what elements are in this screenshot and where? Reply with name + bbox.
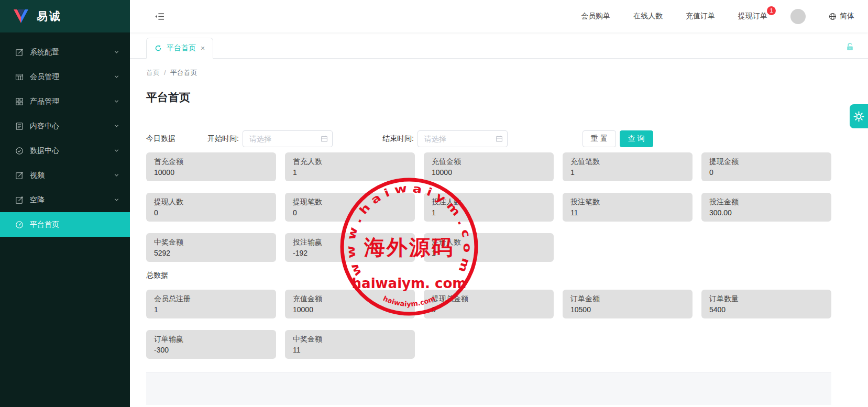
stat-label: 中奖金额	[154, 237, 268, 247]
end-date-field[interactable]	[417, 130, 508, 147]
app-logo-icon	[13, 8, 29, 24]
calendar-icon	[496, 135, 503, 142]
chevron-down-icon	[114, 148, 119, 153]
sidebar-item-空降[interactable]: 空降	[0, 188, 130, 212]
sidebar-item-label: 平台首页	[30, 220, 59, 229]
topbar: 会员购单在线人数充值订单提现订单1 简体	[130, 0, 868, 32]
chevron-down-icon	[114, 49, 119, 55]
chevron-down-icon	[114, 123, 119, 129]
stat-value: 10500	[570, 305, 685, 315]
breadcrumb-home[interactable]: 首页	[146, 69, 160, 76]
stat-card: 投注人数1	[424, 193, 554, 222]
stat-value: -300	[154, 345, 268, 355]
calendar-icon	[321, 135, 328, 142]
sidebar-item-label: 系统配置	[30, 48, 59, 57]
end-date-input[interactable]	[417, 130, 508, 147]
stat-label: 提现笔数	[293, 197, 407, 207]
tab-bar: 平台首页 ×	[130, 32, 868, 59]
stat-value: 1	[293, 168, 407, 178]
sidebar-item-产品管理[interactable]: 产品管理	[0, 89, 130, 114]
stat-label: 首充金额	[154, 157, 268, 167]
topbar-item-提现订单[interactable]: 提现订单1	[738, 12, 767, 21]
start-date-field[interactable]	[243, 130, 333, 147]
lock-open-icon[interactable]	[845, 42, 854, 51]
sidebar-item-label: 空降	[30, 195, 45, 205]
stat-card: 提现人数0	[146, 193, 276, 222]
topbar-item-会员购单[interactable]: 会员购单	[581, 12, 610, 21]
tab-platform-home[interactable]: 平台首页 ×	[146, 38, 213, 59]
main-area: 会员购单在线人数充值订单提现订单1 简体 平台首页 ×	[130, 0, 868, 407]
stat-value: 300.00	[709, 208, 823, 218]
start-time-label: 开始时间:	[207, 134, 239, 144]
stat-value: 0	[432, 305, 546, 315]
stat-label: 提现总金额	[432, 294, 546, 304]
sidebar-item-会员管理[interactable]: 会员管理	[0, 64, 130, 89]
filter-row: 今日数据 开始时间: 结束时间: 重 置	[146, 130, 831, 147]
sidebar-item-内容中心[interactable]: 内容中心	[0, 114, 130, 138]
stat-label: 中奖金额	[293, 334, 407, 344]
stat-label: 订单金额	[570, 294, 685, 304]
stat-value: 0	[293, 208, 407, 218]
close-icon[interactable]: ×	[201, 45, 205, 52]
avatar[interactable]	[790, 9, 806, 24]
refresh-icon[interactable]	[155, 45, 162, 52]
sidebar-item-系统配置[interactable]: 系统配置	[0, 40, 130, 64]
stat-value: 11	[570, 208, 685, 218]
tab-label: 平台首页	[167, 43, 196, 53]
stat-label: 订单输赢	[154, 334, 268, 344]
topbar-item-充值订单[interactable]: 充值订单	[686, 12, 715, 21]
stat-value: 10000	[432, 168, 546, 178]
query-button[interactable]: 查 询	[620, 130, 653, 147]
stat-card: 充值笔数1	[563, 152, 693, 181]
document-icon	[15, 122, 24, 130]
topbar-item-在线人数[interactable]: 在线人数	[633, 12, 663, 21]
stat-value: 1	[432, 248, 546, 258]
stat-label: 会员总注册	[154, 294, 268, 304]
today-data-label: 今日数据	[146, 134, 175, 144]
topbar-item-label: 提现订单	[738, 12, 767, 20]
stat-label: 提现人数	[154, 197, 268, 207]
page-title: 平台首页	[146, 90, 831, 105]
stat-label: 投注输赢	[293, 237, 407, 247]
stat-card: 订单金额10500	[563, 290, 693, 318]
sidebar-item-数据中心[interactable]: 数据中心	[0, 138, 130, 163]
topbar-item-label: 在线人数	[633, 12, 663, 20]
sidebar-item-平台首页[interactable]: 平台首页	[0, 212, 130, 237]
language-switcher[interactable]: 简体	[829, 12, 854, 21]
stat-card: 首充金额10000	[146, 152, 276, 181]
stat-card: 订单输赢-300	[146, 330, 276, 359]
topbar-menu: 会员购单在线人数充值订单提现订单1 简体	[581, 9, 854, 24]
globe-icon	[829, 13, 837, 20]
chevron-down-icon	[114, 74, 119, 80]
sidebar-item-label: 产品管理	[30, 97, 59, 106]
stat-card: 投注笔数11	[563, 193, 693, 222]
sidebar-item-label: 内容中心	[30, 122, 59, 131]
sidebar: 易诚 系统配置会员管理产品管理内容中心数据中心视频空降平台首页	[0, 0, 130, 407]
stat-value: 0	[154, 208, 268, 218]
breadcrumb-separator: /	[164, 69, 166, 76]
stat-label: 充值笔数	[570, 157, 685, 167]
logo-bar: 易诚	[0, 0, 130, 32]
stat-card: 中奖金额11	[285, 330, 415, 359]
sidebar-item-视频[interactable]: 视频	[0, 163, 130, 188]
notification-badge: 1	[767, 6, 776, 15]
stat-value: 1	[154, 305, 268, 315]
stat-label: 投注人数	[432, 197, 546, 207]
stat-card: 中奖金额5292	[146, 233, 276, 262]
stat-card: 充值金额10000	[424, 152, 554, 181]
stat-card: 提现总金额0	[424, 290, 554, 318]
edit-icon	[15, 48, 24, 57]
settings-fab[interactable]	[850, 104, 868, 128]
stat-label: 充值金额	[432, 157, 546, 167]
stat-card: 投注输赢-192	[285, 233, 415, 262]
stat-value: 1	[570, 168, 685, 178]
start-date-input[interactable]	[243, 130, 333, 147]
total-stats-grid: 会员总注册1充值金额10000提现总金额0订单金额10500订单数量5400订单…	[146, 290, 831, 359]
stat-card: 投注金额300.00	[701, 193, 831, 222]
reset-button[interactable]: 重 置	[583, 130, 616, 147]
chevron-down-icon	[114, 197, 119, 203]
gear-icon	[853, 111, 865, 123]
breadcrumb-current: 平台首页	[170, 69, 197, 76]
collapse-sidebar-icon[interactable]	[155, 12, 164, 21]
today-stats-grid: 首充金额10000首充人数1充值金额10000充值笔数1提现金额0提现人数0提现…	[146, 152, 831, 262]
